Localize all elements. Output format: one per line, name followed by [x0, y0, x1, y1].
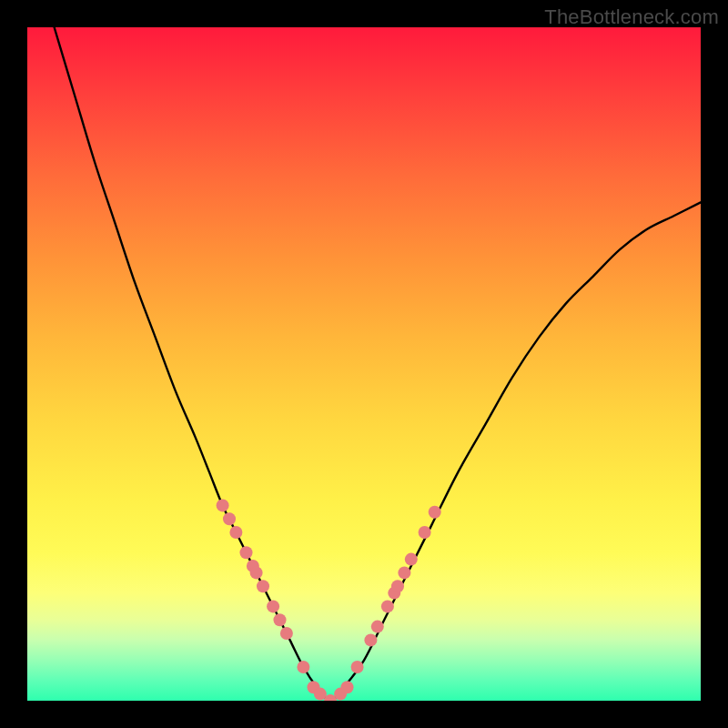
highlight-dot: [364, 633, 377, 646]
highlight-dot: [257, 580, 269, 592]
highlight-dot: [240, 546, 253, 559]
highlight-dot: [381, 600, 394, 612]
highlight-dot: [297, 661, 309, 673]
highlight-dot: [371, 621, 384, 633]
highlight-dot: [391, 580, 404, 592]
highlight-dot: [217, 499, 229, 511]
highlight-dot: [419, 526, 431, 539]
chart-container: TheBottleneck.com: [0, 0, 728, 728]
highlight-dot: [398, 566, 410, 579]
highlight-dots-group: [217, 499, 441, 701]
highlight-dot: [267, 600, 279, 612]
highlight-dot: [223, 512, 236, 525]
highlight-dot: [280, 627, 293, 640]
curve-svg: [27, 27, 701, 701]
plot-area: [27, 27, 701, 701]
highlight-dot: [429, 506, 441, 519]
highlight-dot: [250, 566, 263, 579]
highlight-dot: [341, 681, 354, 693]
highlight-dot: [351, 661, 364, 673]
highlight-dot: [405, 553, 418, 566]
highlight-dot: [229, 526, 242, 539]
bottleneck-curve: [55, 27, 701, 701]
highlight-dot: [274, 613, 287, 626]
attribution-label: TheBottleneck.com: [544, 5, 719, 29]
